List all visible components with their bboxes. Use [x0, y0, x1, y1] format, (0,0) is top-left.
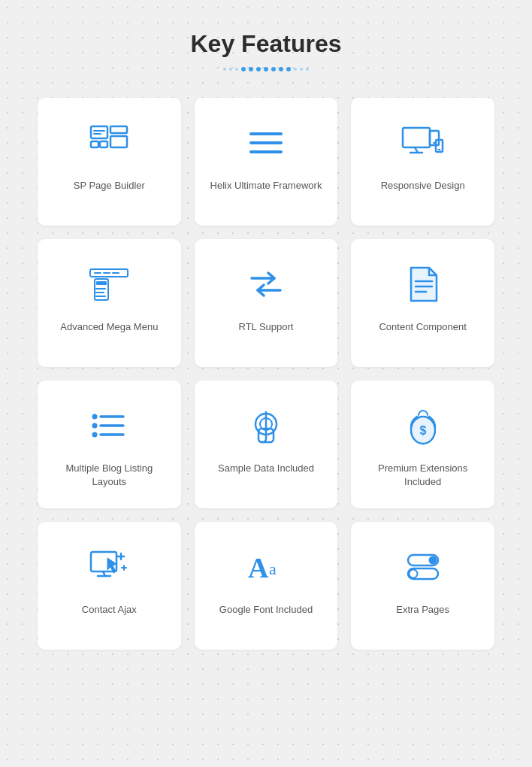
feature-card-content-component: Content Component: [351, 239, 494, 367]
feature-card-contact-ajax: Contact Ajax: [38, 522, 181, 650]
svg-rect-1: [91, 141, 98, 147]
blog-icon: [89, 403, 129, 448]
dot: [229, 68, 232, 71]
dot: [271, 67, 276, 71]
page-title: Key Features: [38, 30, 494, 58]
dot: [294, 68, 297, 71]
responsive-icon: [401, 120, 445, 165]
svg-rect-2: [100, 141, 107, 147]
header-section: Key Features: [38, 30, 494, 71]
mega-menu-icon: [89, 262, 129, 307]
dot: [306, 68, 309, 71]
svg-text:a: a: [269, 559, 277, 578]
sample-data-icon: [246, 403, 286, 448]
dot: [241, 67, 246, 71]
dot: [249, 67, 253, 71]
svg-point-31: [92, 414, 98, 420]
dot: [235, 68, 238, 71]
feature-card-responsive-design: Responsive Design: [351, 98, 494, 226]
feature-label: Multiple Blog Listing Layouts: [53, 462, 166, 489]
feature-label: Helix Ultimate Framework: [210, 179, 322, 193]
svg-rect-0: [91, 126, 107, 138]
svg-rect-10: [403, 128, 430, 147]
feature-label: RTL Support: [238, 320, 293, 334]
rtl-icon: [246, 262, 286, 307]
title-dots: [38, 67, 494, 71]
page-builder-icon: [89, 120, 128, 165]
svg-rect-3: [110, 126, 127, 133]
feature-label: Content Component: [379, 320, 466, 334]
svg-point-35: [92, 432, 98, 438]
helix-icon: [246, 120, 286, 165]
feature-card-premium-extensions: $ Premium Extensions Included: [351, 380, 494, 508]
feature-card-blog-layouts: Multiple Blog Listing Layouts: [38, 380, 181, 508]
dot: [279, 67, 283, 71]
feature-card-sample-data: Sample Data Included: [195, 380, 338, 508]
dot: [300, 68, 303, 71]
feature-card-mega-menu: Advanced Mega Menu: [38, 239, 181, 367]
google-font-icon: A a: [245, 544, 287, 590]
extra-pages-icon: [402, 544, 444, 590]
feature-label: Google Font Included: [219, 603, 313, 617]
features-grid: SP Page Buidler Helix Ultimate Framework: [38, 98, 494, 650]
feature-card-extra-pages: Extra Pages: [351, 522, 494, 650]
feature-label: Extra Pages: [396, 603, 449, 617]
feature-label: Responsive Design: [381, 179, 465, 193]
svg-point-33: [92, 423, 98, 429]
svg-rect-22: [96, 281, 107, 285]
svg-point-54: [409, 570, 417, 578]
feature-label: Premium Extensions Included: [366, 462, 479, 489]
svg-text:$: $: [419, 424, 426, 437]
content-icon: [405, 262, 441, 307]
feature-label: Sample Data Included: [218, 462, 314, 475]
svg-text:A: A: [248, 552, 269, 584]
feature-label: Advanced Mega Menu: [60, 320, 158, 334]
contact-ajax-icon: [88, 544, 130, 590]
dot: [286, 67, 291, 71]
feature-card-rtl-support: RTL Support: [195, 239, 338, 367]
feature-card-google-font: A a Google Font Included: [195, 522, 338, 650]
svg-point-52: [428, 556, 437, 565]
dot: [264, 67, 268, 71]
dot: [223, 68, 226, 71]
feature-card-helix-ultimate: Helix Ultimate Framework: [195, 98, 338, 226]
page-wrapper: Key Features: [0, 0, 532, 680]
premium-icon: $: [405, 403, 441, 448]
dot: [256, 67, 261, 71]
svg-rect-4: [110, 136, 127, 147]
feature-card-sp-page-builder: SP Page Buidler: [38, 98, 181, 226]
feature-label: Contact Ajax: [82, 603, 137, 617]
feature-label: SP Page Buidler: [74, 179, 145, 193]
